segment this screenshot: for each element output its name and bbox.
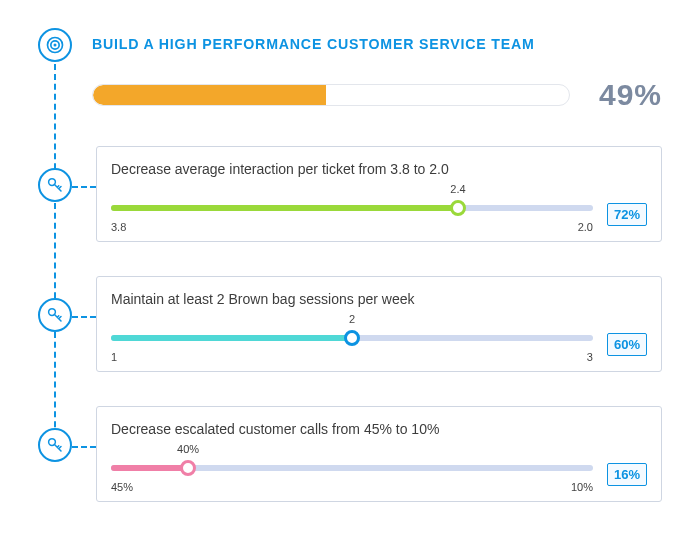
slider-range-labels: 45% 10% bbox=[111, 481, 593, 493]
key-result-card: Maintain at least 2 Brown bag sessions p… bbox=[96, 276, 662, 372]
slider-range-labels: 1 3 bbox=[111, 351, 593, 363]
overall-progress-row: 49% bbox=[92, 78, 662, 112]
key-icon bbox=[38, 168, 72, 202]
slider-start-label: 3.8 bbox=[111, 221, 126, 233]
slider-current-label: 2.4 bbox=[450, 183, 465, 195]
slider-end-label: 10% bbox=[571, 481, 593, 493]
slider-range-labels: 3.8 2.0 bbox=[111, 221, 593, 233]
key-result-slider[interactable]: 2.4 bbox=[111, 195, 593, 221]
slider-fill bbox=[111, 465, 188, 471]
connector-horizontal bbox=[72, 316, 96, 318]
slider-handle[interactable] bbox=[180, 460, 196, 476]
slider-handle[interactable] bbox=[450, 200, 466, 216]
connector-vertical bbox=[54, 64, 56, 457]
slider-fill bbox=[111, 335, 352, 341]
key-result-percent-badge: 16% bbox=[607, 463, 647, 486]
key-result-slider[interactable]: 40% bbox=[111, 455, 593, 481]
overall-progress-bar bbox=[92, 84, 570, 106]
objective-title: BUILD A HIGH PERFORMANCE CUSTOMER SERVIC… bbox=[92, 36, 535, 52]
key-result-card: Decrease escalated customer calls from 4… bbox=[96, 406, 662, 502]
overall-progress-fill bbox=[93, 85, 326, 105]
key-result-card: Decrease average interaction per ticket … bbox=[96, 146, 662, 242]
slider-end-label: 2.0 bbox=[578, 221, 593, 233]
connector-horizontal bbox=[72, 446, 96, 448]
key-result-slider[interactable]: 2 bbox=[111, 325, 593, 351]
slider-end-label: 3 bbox=[587, 351, 593, 363]
key-result-title: Decrease average interaction per ticket … bbox=[111, 161, 647, 177]
slider-start-label: 45% bbox=[111, 481, 133, 493]
connector-horizontal bbox=[72, 186, 96, 188]
key-result-percent-badge: 72% bbox=[607, 203, 647, 226]
slider-current-label: 2 bbox=[349, 313, 355, 325]
key-result-title: Maintain at least 2 Brown bag sessions p… bbox=[111, 291, 647, 307]
slider-handle[interactable] bbox=[344, 330, 360, 346]
target-icon bbox=[38, 28, 72, 62]
slider-current-label: 40% bbox=[177, 443, 199, 455]
key-result-percent-badge: 60% bbox=[607, 333, 647, 356]
key-icon bbox=[38, 298, 72, 332]
svg-point-2 bbox=[54, 44, 57, 47]
slider-fill bbox=[111, 205, 458, 211]
key-result-title: Decrease escalated customer calls from 4… bbox=[111, 421, 647, 437]
key-icon bbox=[38, 428, 72, 462]
overall-percent-label: 49% bbox=[588, 78, 662, 112]
slider-start-label: 1 bbox=[111, 351, 117, 363]
